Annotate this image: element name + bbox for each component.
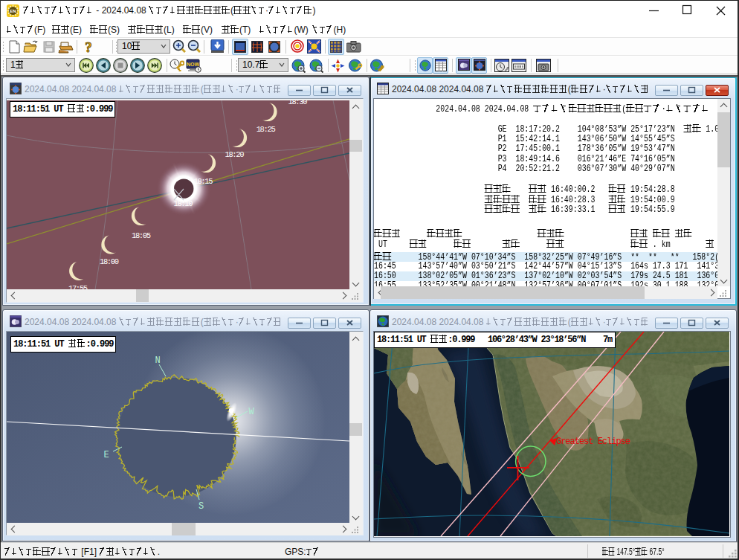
svg-text:EN: EN — [10, 9, 16, 13]
svg-text:?: ? — [85, 39, 92, 54]
svg-text:18:15: 18:15 — [194, 177, 213, 186]
svg-text:17:55: 17:55 — [68, 284, 88, 289]
svg-text:N: N — [155, 355, 161, 366]
svg-text:NOW: NOW — [187, 62, 200, 67]
svg-text:S: S — [199, 501, 204, 512]
svg-text:W: W — [249, 407, 255, 417]
svg-text:18:00: 18:00 — [100, 257, 119, 266]
svg-text:18:20: 18:20 — [225, 150, 245, 159]
svg-text:18:25: 18:25 — [256, 125, 276, 134]
svg-text:18:05: 18:05 — [132, 231, 151, 240]
svg-text:18:10: 18:10 — [174, 199, 193, 208]
svg-text:E: E — [104, 450, 109, 460]
svg-text:Greatest Eclipse: Greatest Eclipse — [556, 437, 630, 447]
svg-text:18:30: 18:30 — [288, 100, 308, 106]
